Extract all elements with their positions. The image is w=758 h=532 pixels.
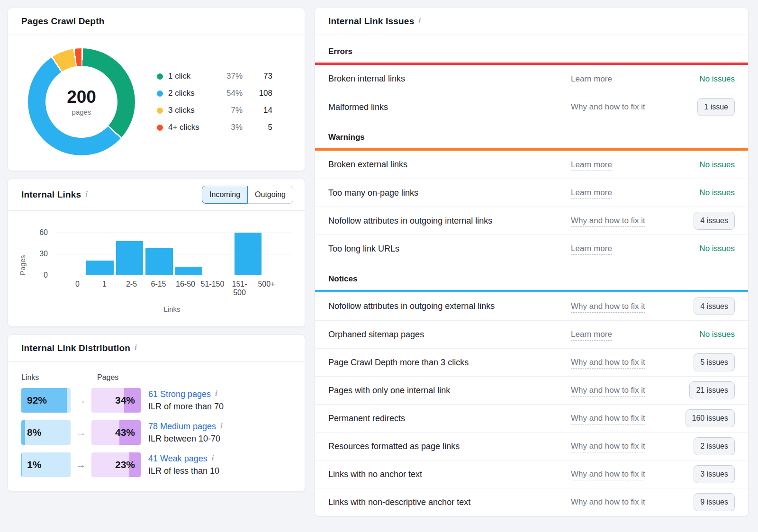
- issue-count-button[interactable]: 1 issue: [697, 98, 735, 116]
- issue-status: 4 issues: [675, 212, 735, 229]
- issue-status: 9 issues: [675, 493, 735, 511]
- issue-row: Nofollow attributes in outgoing external…: [315, 292, 748, 320]
- pages-group-link[interactable]: 78 Medium pages: [148, 422, 216, 432]
- dashboard: Pages Crawl Depth 200 pages 1 click37%73…: [0, 0, 758, 524]
- legend-percent: 7%: [218, 106, 243, 115]
- pages-crawl-depth-title: Pages Crawl Depth: [21, 16, 105, 27]
- right-column: Internal Link Issues i ErrorsBroken inte…: [315, 8, 749, 516]
- issue-row: Pages with only one internal linkWhy and…: [315, 376, 748, 404]
- issue-count-button[interactable]: 4 issues: [694, 212, 735, 229]
- issue-action-link[interactable]: Why and how to fix it: [571, 216, 645, 227]
- issue-row: Nofollow attributes in outgoing internal…: [315, 207, 748, 234]
- legend-percent: 54%: [218, 89, 243, 98]
- legend-label: 3 clicks: [168, 106, 214, 115]
- legend-dot-icon: [157, 125, 163, 131]
- issue-row: Permanent redirectsWhy and how to fix it…: [315, 404, 748, 432]
- info-icon[interactable]: i: [418, 17, 421, 25]
- bar: [145, 248, 173, 275]
- issue-label: Page Crawl Depth more than 3 clicks: [328, 358, 571, 368]
- x-tick-label: 51-150: [199, 280, 226, 297]
- legend-dot-icon: [157, 90, 163, 97]
- issues-sections: ErrorsBroken internal linksLearn moreNo …: [315, 35, 748, 516]
- legend-percent: 3%: [218, 123, 243, 132]
- legend-item: 3 clicks7%14: [157, 102, 272, 119]
- issue-action-link[interactable]: Why and how to fix it: [571, 302, 645, 313]
- internal-links-chart: Pages 60300 012-56-1516-5051-150151-5005…: [8, 211, 305, 326]
- info-icon[interactable]: i: [212, 454, 214, 462]
- legend-count: 14: [247, 106, 272, 115]
- info-icon[interactable]: i: [215, 389, 217, 397]
- bar-slot: [174, 267, 204, 275]
- distribution-link-line: 61 Strong pagesi: [148, 389, 224, 399]
- crawl-depth-chart: 200 pages 1 click37%732 clicks54%1083 cl…: [8, 35, 305, 171]
- info-icon[interactable]: i: [220, 422, 223, 430]
- issue-count-button[interactable]: 4 issues: [694, 298, 735, 315]
- issue-label: Too long link URLs: [328, 244, 571, 254]
- issue-action-link[interactable]: Why and how to fix it: [571, 497, 645, 508]
- issue-action: Learn more: [571, 188, 675, 198]
- distribution-header: Internal Link Distribution i: [8, 335, 305, 362]
- issue-label: Broken external links: [328, 160, 571, 170]
- distribution-rows: 92%→34%61 Strong pagesiILR of more than …: [21, 388, 291, 477]
- info-icon[interactable]: i: [135, 343, 137, 352]
- issue-count-button[interactable]: 21 issues: [689, 381, 735, 399]
- issues-title: Internal Link Issues: [328, 16, 414, 27]
- issue-action-link[interactable]: Learn more: [571, 188, 612, 199]
- issue-status: No issues: [675, 244, 735, 253]
- pages-percent: 43%: [115, 427, 135, 438]
- section-title-notices: Notices: [315, 262, 748, 290]
- issue-action-link[interactable]: Why and how to fix it: [571, 386, 645, 397]
- bar-slot: [144, 248, 174, 275]
- issue-action-link[interactable]: Why and how to fix it: [571, 414, 645, 424]
- info-icon[interactable]: i: [85, 190, 88, 198]
- toggle-incoming-button[interactable]: Incoming: [202, 186, 248, 204]
- no-issues-status: No issues: [699, 330, 735, 339]
- y-tick-label: 30: [39, 250, 48, 258]
- x-tick-label: 500+: [253, 280, 280, 297]
- issue-count-button[interactable]: 5 issues: [694, 353, 735, 371]
- issue-label: Malformed links: [328, 102, 571, 112]
- x-tick-label: 2-5: [118, 280, 145, 297]
- issue-action: Why and how to fix it: [571, 442, 675, 451]
- section-title-warnings: Warnings: [315, 121, 748, 148]
- pages-bar: 43%: [91, 420, 141, 445]
- issue-action-link[interactable]: Why and how to fix it: [571, 469, 645, 480]
- issue-count-button[interactable]: 9 issues: [694, 493, 735, 511]
- bar: [86, 261, 114, 276]
- issue-action-link[interactable]: Why and how to fix it: [571, 102, 645, 113]
- issue-label: Resources formatted as page links: [328, 442, 571, 451]
- issue-action-link[interactable]: Learn more: [571, 330, 612, 341]
- issue-action-link[interactable]: Learn more: [571, 160, 612, 171]
- issue-row: Links with no anchor textWhy and how to …: [315, 460, 748, 488]
- issue-row: Page Crawl Depth more than 3 clicksWhy a…: [315, 348, 748, 376]
- bar: [116, 241, 144, 275]
- issue-action-link[interactable]: Learn more: [571, 74, 612, 85]
- issue-count-button[interactable]: 3 issues: [694, 465, 735, 483]
- issue-label: Permanent redirects: [328, 414, 571, 424]
- issue-action-link[interactable]: Why and how to fix it: [571, 358, 645, 369]
- pages-group-link[interactable]: 61 Strong pages: [148, 389, 211, 399]
- issue-action-link[interactable]: Learn more: [571, 244, 612, 255]
- distribution-body: Links Pages 92%→34%61 Strong pagesiILR o…: [8, 362, 305, 491]
- ilr-description: ILR of less than 10: [148, 466, 219, 476]
- legend-label: 1 click: [168, 72, 214, 81]
- toggle-outgoing-button[interactable]: Outgoing: [247, 186, 293, 204]
- no-issues-status: No issues: [699, 74, 735, 84]
- issue-action: Why and how to fix it: [571, 469, 675, 479]
- bars: [55, 233, 292, 275]
- issue-count-button[interactable]: 2 issues: [694, 437, 735, 455]
- distribution-row: 8%→43%78 Medium pagesiILR between 10-70: [21, 420, 291, 445]
- issue-label: Links with non-descriptive anchor text: [328, 497, 571, 507]
- pages-bar: 34%: [91, 388, 141, 413]
- x-tick-label: 1: [91, 280, 118, 297]
- x-tick-label: 16-50: [172, 280, 199, 297]
- links-percent: 1%: [27, 459, 41, 470]
- pages-column-header: Pages: [91, 373, 141, 382]
- issue-action-link[interactable]: Why and how to fix it: [571, 442, 645, 452]
- issue-status: No issues: [675, 160, 735, 170]
- y-axis-label: Pages: [18, 233, 27, 275]
- issue-action: Why and how to fix it: [571, 358, 675, 367]
- legend-label: 2 clicks: [168, 89, 214, 98]
- pages-group-link[interactable]: 41 Weak pages: [148, 454, 208, 464]
- issue-count-button[interactable]: 160 issues: [686, 409, 735, 427]
